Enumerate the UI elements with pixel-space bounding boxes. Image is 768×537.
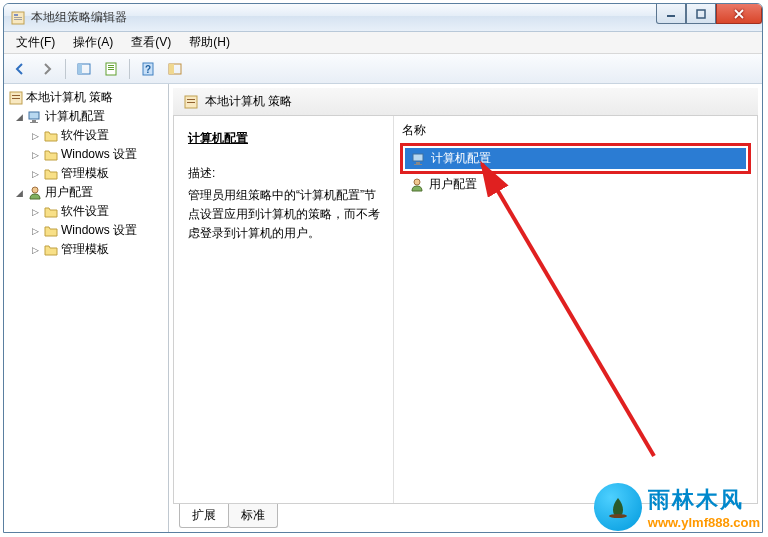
collapse-icon[interactable]: ◢: [14, 111, 25, 122]
expand-icon[interactable]: ▷: [30, 130, 41, 141]
back-button[interactable]: [8, 57, 32, 81]
svg-rect-9: [108, 65, 114, 66]
menu-file[interactable]: 文件(F): [8, 32, 63, 53]
expand-icon[interactable]: ▷: [30, 206, 41, 217]
help-button[interactable]: ?: [136, 57, 160, 81]
policy-icon: [183, 94, 199, 110]
tree-label: 本地计算机 策略: [26, 89, 113, 106]
toolbar: ?: [4, 54, 762, 84]
detail-description-pane: 计算机配置 描述: 管理员用组策略中的“计算机配置”节点设置应用到计算机的策略，…: [174, 116, 394, 503]
svg-rect-4: [667, 15, 675, 17]
watermark-url: www.ylmf888.com: [648, 515, 760, 530]
tree-admin-templates[interactable]: ▷ 管理模板: [6, 164, 166, 183]
menubar: 文件(F) 操作(A) 查看(V) 帮助(H): [4, 32, 762, 54]
app-icon: [10, 10, 26, 26]
svg-rect-28: [414, 164, 422, 165]
tree-label: 用户配置: [45, 184, 93, 201]
tree-label: 软件设置: [61, 127, 109, 144]
tab-standard[interactable]: 标准: [228, 503, 278, 528]
computer-icon: [27, 109, 43, 125]
list-item-computer-config[interactable]: 计算机配置: [405, 148, 746, 169]
tree-computer-config[interactable]: ◢ 计算机配置: [6, 107, 166, 126]
svg-rect-17: [12, 95, 20, 96]
tree-label: Windows 设置: [61, 146, 137, 163]
list-item-label: 用户配置: [429, 176, 477, 193]
svg-rect-7: [78, 64, 82, 74]
svg-rect-24: [187, 99, 195, 100]
policy-icon: [8, 90, 24, 106]
toolbar-separator: [65, 59, 66, 79]
list-item-label: 计算机配置: [431, 150, 491, 167]
folder-icon: [43, 204, 59, 220]
svg-text:?: ?: [145, 64, 151, 75]
folder-icon: [43, 128, 59, 144]
expand-icon[interactable]: ▷: [30, 244, 41, 255]
tree-root[interactable]: 本地计算机 策略: [6, 88, 166, 107]
user-icon: [409, 177, 425, 193]
tree-software-settings[interactable]: ▷ 软件设置: [6, 202, 166, 221]
folder-icon: [43, 223, 59, 239]
tree-label: 管理模板: [61, 241, 109, 258]
list-item-user-config[interactable]: 用户配置: [394, 174, 757, 195]
watermark-brand: 雨林木风: [648, 485, 760, 515]
window-title: 本地组策略编辑器: [31, 9, 127, 26]
tree-windows-settings[interactable]: ▷ Windows 设置: [6, 221, 166, 240]
minimize-button[interactable]: [656, 4, 686, 24]
watermark: 雨林木风 www.ylmf888.com: [594, 483, 760, 531]
watermark-logo: [594, 483, 642, 531]
svg-point-22: [32, 187, 38, 193]
tab-extended[interactable]: 扩展: [179, 503, 229, 528]
svg-rect-18: [12, 98, 20, 99]
svg-point-31: [609, 514, 627, 518]
tree-label: 软件设置: [61, 203, 109, 220]
menu-action[interactable]: 操作(A): [65, 32, 121, 53]
computer-icon: [411, 151, 427, 167]
close-button[interactable]: [716, 4, 762, 24]
svg-rect-27: [416, 162, 420, 164]
svg-rect-25: [187, 102, 195, 103]
user-icon: [27, 185, 43, 201]
detail-header-title: 本地计算机 策略: [205, 93, 292, 110]
tree-label: Windows 设置: [61, 222, 137, 239]
svg-rect-1: [14, 14, 18, 16]
description-text: 管理员用组策略中的“计算机配置”节点设置应用到计算机的策略，而不考虑登录到计算机…: [188, 186, 383, 244]
detail-list-pane: 名称 计算机配置 用户配置: [394, 116, 757, 503]
toolbar-separator: [129, 59, 130, 79]
svg-rect-2: [14, 17, 22, 18]
filter-button[interactable]: [163, 57, 187, 81]
tree-windows-settings[interactable]: ▷ Windows 设置: [6, 145, 166, 164]
expand-icon[interactable]: ▷: [30, 225, 41, 236]
properties-button[interactable]: [99, 57, 123, 81]
folder-icon: [43, 242, 59, 258]
annotation-highlight: 计算机配置: [400, 143, 751, 174]
svg-rect-20: [32, 120, 36, 122]
detail-header: 本地计算机 策略: [173, 88, 758, 116]
folder-icon: [43, 166, 59, 182]
titlebar: 本地组策略编辑器: [4, 4, 762, 32]
menu-help[interactable]: 帮助(H): [181, 32, 238, 53]
column-header-name[interactable]: 名称: [394, 116, 757, 143]
forward-button[interactable]: [35, 57, 59, 81]
svg-rect-3: [14, 19, 22, 20]
maximize-button[interactable]: [686, 4, 716, 24]
svg-point-29: [414, 179, 420, 185]
svg-rect-11: [108, 69, 114, 70]
expand-icon[interactable]: ▷: [30, 168, 41, 179]
detail-panel: 本地计算机 策略 计算机配置 描述: 管理员用组策略中的“计算机配置”节点设置应…: [169, 84, 762, 532]
tree-label: 管理模板: [61, 165, 109, 182]
svg-rect-5: [697, 10, 705, 18]
folder-icon: [43, 147, 59, 163]
tree-label: 计算机配置: [45, 108, 105, 125]
menu-view[interactable]: 查看(V): [123, 32, 179, 53]
svg-rect-15: [169, 64, 174, 74]
show-hide-tree-button[interactable]: [72, 57, 96, 81]
tree-user-config[interactable]: ◢ 用户配置: [6, 183, 166, 202]
tree-software-settings[interactable]: ▷ 软件设置: [6, 126, 166, 145]
section-title: 计算机配置: [188, 130, 383, 147]
svg-rect-26: [413, 154, 423, 161]
expand-icon[interactable]: ▷: [30, 149, 41, 160]
collapse-icon[interactable]: ◢: [14, 187, 25, 198]
svg-rect-19: [29, 112, 39, 119]
window-controls: [656, 4, 762, 24]
tree-admin-templates[interactable]: ▷ 管理模板: [6, 240, 166, 259]
